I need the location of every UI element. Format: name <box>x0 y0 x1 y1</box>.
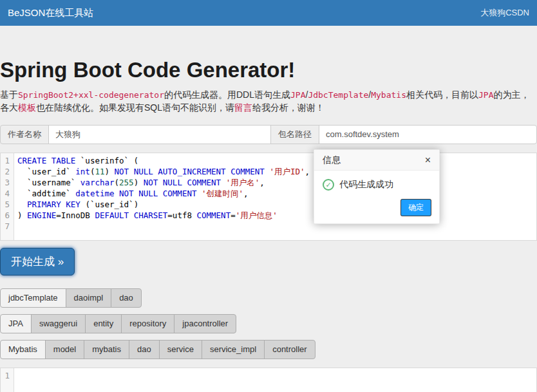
template-button-jdbctemplate[interactable]: jdbcTemplate <box>0 288 66 308</box>
description-text: Mybatis <box>371 90 406 100</box>
navbar: BeJSON在线工具站 大狼狗CSDN <box>0 0 537 26</box>
line-number: 2 <box>1 166 10 177</box>
template-button-jpa[interactable]: JPA <box>0 314 32 333</box>
description-text: 也在陆续优化。如果发现有SQL语句不能识别，请 <box>36 102 234 113</box>
template-button-service[interactable]: service <box>159 340 202 359</box>
editor-line: 7 <box>1 221 536 232</box>
line-number: 6 <box>1 210 10 221</box>
inline-link[interactable]: 留言 <box>234 102 252 113</box>
editor-line: 1 <box>1 370 536 381</box>
author-label: 作者名称 <box>0 125 49 144</box>
template-button-controller[interactable]: controller <box>264 340 315 359</box>
description-text: 的代码生成器。用DDL语句生成 <box>164 89 290 100</box>
navbar-right-link[interactable]: 大狼狗CSDN <box>480 7 529 19</box>
description-text: JdbcTemplate <box>308 90 368 100</box>
dialog-message: 代码生成成功 <box>339 179 393 191</box>
description-text: 基于 <box>0 89 18 100</box>
code-text: ) ENGINE=InnoDB DEFAULT CHARSET=utf8 COM… <box>17 210 278 220</box>
author-input[interactable] <box>48 125 271 144</box>
line-number: 5 <box>1 199 10 210</box>
template-group: JPAswaggeruientityrepositoryjpacontrolle… <box>0 314 537 333</box>
package-label: 包名路径 <box>270 125 319 144</box>
sql-editor[interactable]: 1CREATE TABLE `userinfo` (2 `user_id` in… <box>0 153 537 241</box>
code-text: `user_id` int(11) NOT NULL AUTO_INCREMEN… <box>17 167 310 176</box>
code-text: `addtime` datetime NOT NULL COMMENT '创建时… <box>17 189 249 198</box>
brand-link[interactable]: BeJSON在线工具站 <box>8 7 93 19</box>
close-icon[interactable]: × <box>425 155 431 165</box>
editor-line: 3 `username` varchar(255) NOT NULL COMME… <box>1 177 536 188</box>
ok-button[interactable]: 确定 <box>401 200 431 216</box>
editor-line: 6) ENGINE=InnoDB DEFAULT CHARSET=utf8 CO… <box>1 210 536 221</box>
template-button-model[interactable]: model <box>45 340 84 359</box>
template-groups: jdbcTemplatedaoimpldaoJPAswaggeruientity… <box>0 288 537 359</box>
template-button-jpacontroller[interactable]: jpacontroller <box>174 314 236 333</box>
template-button-dao[interactable]: dao <box>111 288 142 308</box>
editor-line: 4 `addtime` datetime NOT NULL COMMENT '创… <box>1 188 536 199</box>
description: 基于SpringBoot2+xxl-codegenerator的代码生成器。用D… <box>0 88 537 115</box>
config-form: 作者名称 包名路径 <box>0 125 537 144</box>
line-number: 3 <box>1 177 10 188</box>
code-text: PRIMARY KEY (`user_id`) <box>17 200 138 209</box>
code-text: `username` varchar(255) NOT NULL COMMENT… <box>17 178 265 187</box>
template-group: Mybatismodelmybatisdaoserviceservice_imp… <box>0 340 537 359</box>
description-text: 相关代码，目前以 <box>406 89 478 100</box>
generate-button[interactable]: 开始生成 » <box>0 248 75 275</box>
success-check-icon: ✓ <box>323 179 334 191</box>
line-number: 4 <box>1 188 10 199</box>
template-button-dao[interactable]: dao <box>129 340 160 359</box>
inline-link[interactable]: 模板 <box>18 102 36 113</box>
dialog-header: 信息 × <box>314 150 439 171</box>
main-content: Spring Boot Code Generator! 基于SpringBoot… <box>0 59 537 392</box>
template-button-mybatis[interactable]: Mybatis <box>0 340 46 359</box>
message-dialog: 信息 × ✓ 代码生成成功 确定 <box>314 149 440 224</box>
template-button-repository[interactable]: repository <box>121 314 174 333</box>
package-input[interactable] <box>319 125 537 144</box>
dialog-title: 信息 <box>323 154 341 166</box>
description-text: JPA <box>290 90 305 100</box>
line-number: 1 <box>1 370 10 381</box>
line-number: 1 <box>1 155 10 166</box>
template-group: jdbcTemplatedaoimpldao <box>0 288 537 308</box>
template-button-swaggerui[interactable]: swaggerui <box>31 314 86 333</box>
output-editor[interactable]: 1 <box>0 368 537 392</box>
template-button-service_impl[interactable]: service_impl <box>202 340 265 359</box>
template-button-daoimpl[interactable]: daoimpl <box>66 288 112 308</box>
page-title: Spring Boot Code Generator! <box>0 59 537 82</box>
dialog-body: ✓ 代码生成成功 <box>314 171 439 194</box>
template-button-entity[interactable]: entity <box>85 314 122 333</box>
template-button-mybatis[interactable]: mybatis <box>84 340 129 359</box>
description-text: JPA <box>478 90 493 100</box>
code-text: CREATE TABLE `userinfo` ( <box>17 156 138 165</box>
description-text: SpringBoot2+xxl-codegenerator <box>18 90 164 100</box>
description-text: 给我分析，谢谢！ <box>252 102 325 113</box>
editor-line: 5 PRIMARY KEY (`user_id`) <box>1 199 536 210</box>
dialog-footer: 确定 <box>314 194 439 223</box>
editor-line: 2 `user_id` int(11) NOT NULL AUTO_INCREM… <box>1 166 536 177</box>
editor-line: 1CREATE TABLE `userinfo` ( <box>1 155 536 166</box>
line-number: 7 <box>1 221 10 232</box>
